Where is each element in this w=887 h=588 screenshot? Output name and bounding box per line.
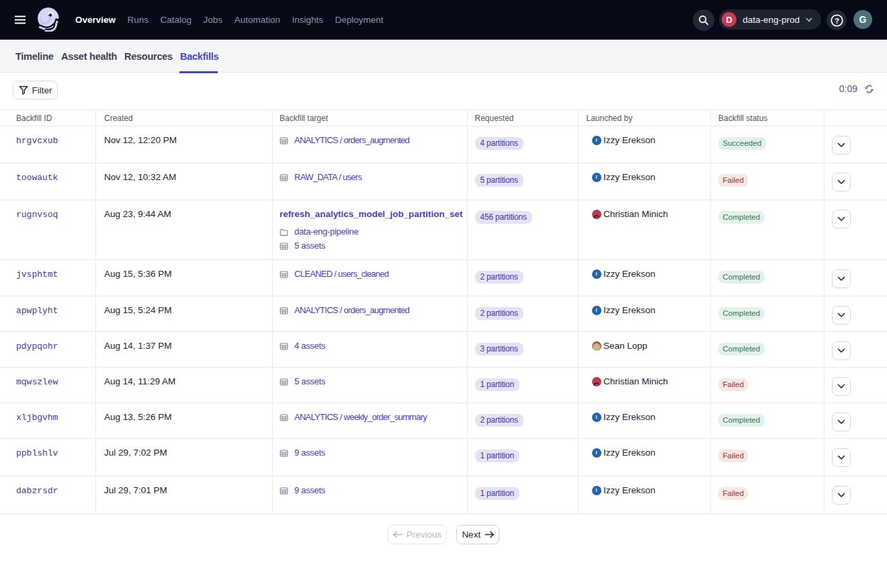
svg-text:?: ? xyxy=(835,16,839,24)
